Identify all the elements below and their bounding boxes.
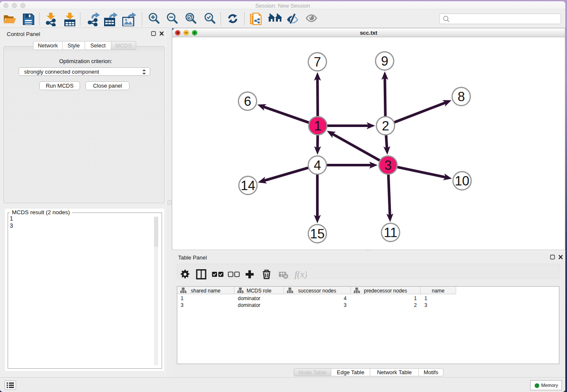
svg-text:7: 7 bbox=[314, 55, 321, 69]
svg-text:1: 1 bbox=[314, 119, 321, 133]
svg-text:2: 2 bbox=[382, 119, 389, 133]
svg-text:9: 9 bbox=[381, 54, 388, 69]
svg-text:11: 11 bbox=[384, 225, 397, 240]
svg-text:10: 10 bbox=[455, 174, 469, 188]
svg-text:8: 8 bbox=[457, 89, 465, 104]
svg-text:14: 14 bbox=[241, 178, 255, 193]
svg-text:6: 6 bbox=[244, 94, 251, 109]
svg-text:f(x): f(x) bbox=[295, 269, 307, 279]
svg-text:15: 15 bbox=[310, 226, 325, 241]
svg-text:4: 4 bbox=[314, 158, 321, 173]
svg-text:3: 3 bbox=[384, 158, 391, 173]
